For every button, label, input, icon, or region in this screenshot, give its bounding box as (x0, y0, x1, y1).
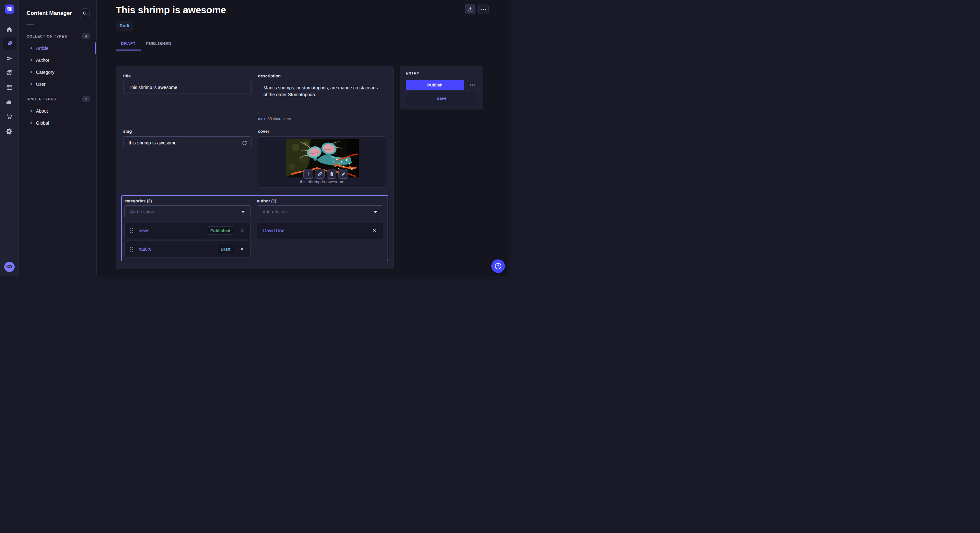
sidebar-item-user[interactable]: User (27, 78, 90, 90)
field-author: author (1) Add relation David Doe (257, 198, 383, 257)
author-label: author (1) (257, 198, 383, 203)
relation-link-david-doe[interactable]: David Doe (263, 228, 372, 233)
field-categories: categories (2) Add relation news Publish… (124, 198, 250, 257)
chevron-down-icon (374, 211, 377, 213)
sidebar-item-category[interactable]: Category (27, 66, 90, 78)
remove-relation-button[interactable] (239, 246, 245, 252)
copy-link-button[interactable] (315, 169, 325, 179)
remove-relation-button[interactable] (372, 228, 377, 233)
close-icon (240, 247, 244, 251)
save-button[interactable]: Save (406, 93, 477, 103)
published-status-badge: Published (207, 226, 234, 235)
entry-panel-title: ENTRY (406, 71, 477, 75)
entry-more-button[interactable] (467, 80, 477, 90)
content-type-builder-icon[interactable] (3, 81, 16, 94)
draft-status-badge: Draft (217, 245, 234, 253)
strapi-logo-icon[interactable] (5, 5, 14, 14)
regenerate-slug-button[interactable] (241, 140, 248, 146)
relation-item-nature: nature Draft (124, 241, 250, 257)
content-manager-icon[interactable] (3, 37, 16, 50)
add-asset-button[interactable] (303, 169, 313, 179)
search-icon (83, 11, 88, 16)
relation-link-nature[interactable]: nature (139, 246, 217, 252)
single-types-header: SINGLE TYPES (27, 97, 56, 101)
field-description: description Mantis shrimps, or stomatopo… (258, 73, 386, 121)
bullet-icon (30, 83, 32, 85)
field-title: title (123, 73, 251, 121)
sidebar-item-about[interactable]: About (27, 105, 90, 117)
field-cover: cover (258, 129, 386, 187)
chevron-down-icon (241, 211, 245, 213)
user-avatar[interactable]: KD (4, 262, 14, 272)
slug-label: slug (123, 129, 251, 134)
question-mark-icon: ? (495, 263, 501, 270)
rail-divider (0, 18, 19, 19)
link-icon (318, 171, 323, 176)
ellipsis-icon (481, 9, 486, 10)
app-root: KD Content Manager COLLECTION TYPES 4 Ar… (0, 0, 508, 276)
relation-link-news[interactable]: news (139, 228, 207, 233)
publish-button[interactable]: Publish (406, 80, 464, 90)
marketplace-cart-icon[interactable] (3, 110, 16, 123)
tab-published[interactable]: PUBLISHED (141, 39, 177, 51)
slug-input[interactable] (123, 136, 251, 149)
rail-divider-bottom (0, 257, 19, 257)
categories-label: categories (2) (124, 198, 250, 203)
edit-asset-button[interactable] (338, 169, 348, 179)
categories-relation-combobox[interactable]: Add relation (124, 205, 250, 218)
field-slug: slug (123, 129, 251, 187)
description-helper: max. 80 characters (258, 117, 386, 121)
bullet-icon (30, 71, 32, 73)
title-input[interactable] (123, 81, 251, 94)
header-more-button[interactable] (478, 4, 489, 14)
single-types-count-badge: 2 (82, 96, 90, 102)
bullet-icon (30, 110, 32, 112)
tab-draft[interactable]: DRAFT (116, 39, 141, 51)
cover-filename: this-shrimp-is-awesome (300, 179, 344, 184)
remove-relation-button[interactable] (239, 228, 245, 233)
cover-asset-card: this-shrimp-is-awesome (258, 136, 386, 187)
releases-icon[interactable] (3, 52, 16, 65)
bullet-icon (30, 59, 32, 61)
edit-form-card: title description Mantis shrimps, or sto… (116, 66, 394, 269)
description-label: description (258, 73, 386, 78)
status-badge: Draft (116, 21, 133, 30)
close-icon (372, 228, 377, 233)
drag-handle-icon[interactable] (130, 228, 133, 233)
title-label: title (123, 73, 251, 78)
cloud-deploy-icon[interactable] (3, 95, 16, 108)
sidebar-item-global[interactable]: Global (27, 117, 90, 129)
bullet-icon (30, 47, 32, 49)
refresh-icon (242, 140, 247, 146)
delete-asset-button[interactable] (327, 169, 336, 179)
ellipsis-icon (470, 84, 475, 86)
media-library-icon[interactable] (3, 67, 16, 79)
home-icon[interactable] (3, 23, 16, 36)
content-manager-sidebar: Content Manager COLLECTION TYPES 4 Artic… (19, 0, 97, 276)
version-tabs: DRAFT PUBLISHED (116, 39, 177, 51)
trash-icon (329, 171, 334, 176)
search-button[interactable] (80, 8, 90, 18)
help-button[interactable]: ? (491, 259, 505, 273)
entry-panel: ENTRY Publish Save (400, 66, 483, 109)
plus-icon (305, 171, 311, 176)
collection-types-header: COLLECTION TYPES (27, 34, 67, 38)
drag-handle-icon[interactable] (130, 247, 133, 252)
main-content: This shrimp is awesome Draft DRAFT PUBLI… (97, 0, 508, 276)
pencil-icon (341, 171, 346, 176)
description-textarea[interactable]: Mantis shrimps, or stomatopods, are mari… (258, 81, 386, 113)
author-relation-combobox[interactable]: Add relation (257, 205, 383, 218)
relation-item-david-doe: David Doe (257, 222, 383, 239)
page-title: This shrimp is awesome (116, 5, 226, 16)
sidebar-item-author[interactable]: Author (27, 54, 90, 66)
sidebar-divider (27, 24, 34, 25)
bullet-icon (30, 122, 32, 124)
export-button[interactable] (465, 4, 476, 14)
sidebar-title: Content Manager (27, 10, 72, 16)
icon-rail: KD (0, 0, 19, 276)
relation-item-news: news Published (124, 222, 250, 239)
settings-gear-icon[interactable] (3, 125, 16, 138)
collection-types-count-badge: 4 (82, 33, 90, 39)
sidebar-item-article[interactable]: Article (27, 42, 90, 54)
relations-highlight-outline: categories (2) Add relation news Publish… (121, 195, 388, 261)
